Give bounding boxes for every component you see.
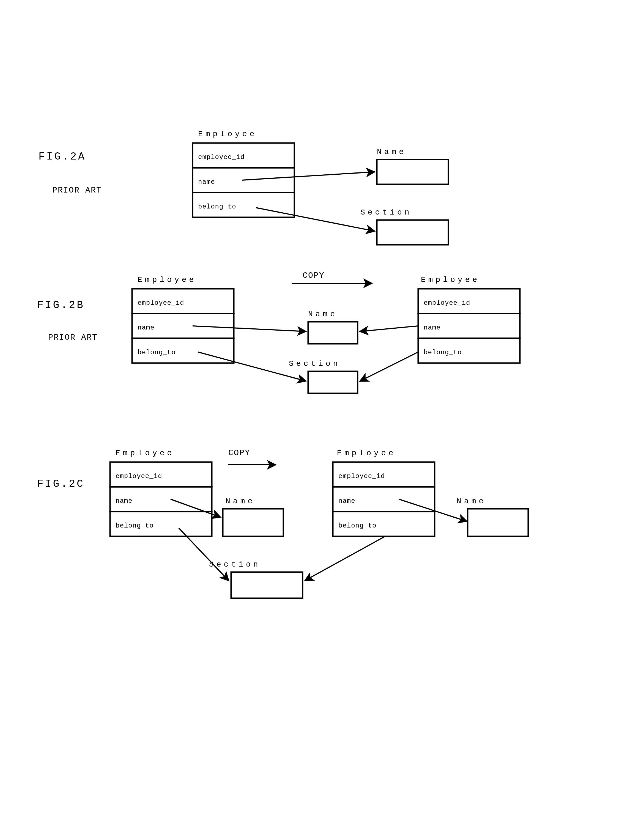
fig2c-name1-title: Name — [225, 497, 255, 505]
fig2b-left-r0: employee_id — [138, 299, 184, 307]
fig2b-copy: COPY — [303, 271, 325, 280]
fig2c-name2-box — [468, 509, 528, 536]
fig2a-row2: belong_to — [198, 203, 236, 210]
fig-2b: FIG.2B PRIOR ART Employee employee_id na… — [37, 271, 520, 393]
fig2c-left-title: Employee — [115, 449, 175, 457]
fig2b-name-title: Name — [308, 310, 337, 318]
fig-2a: FIG.2A PRIOR ART Employee employee_id na… — [38, 130, 448, 245]
fig2a-arrow-section — [256, 208, 374, 231]
fig2a-section-box — [377, 220, 448, 245]
fig2c-r-sect — [305, 536, 385, 580]
fig-2c-label: FIG.2C — [37, 478, 85, 490]
fig2b-left-table: employee_id name belong_to — [132, 289, 234, 363]
fig2c-left-r1: name — [115, 497, 133, 505]
diagram-canvas: FIG.2A PRIOR ART Employee employee_id na… — [0, 0, 644, 813]
fig2c-right-r1: name — [338, 497, 356, 505]
fig2a-section-title: Section — [360, 208, 412, 217]
fig2c-name2-title: Name — [457, 497, 486, 505]
fig2b-r-sect — [360, 352, 418, 381]
fig2b-right-table: employee_id name belong_to — [418, 289, 520, 363]
fig2c-copy: COPY — [228, 448, 250, 458]
fig2c-left-r2: belong_to — [115, 522, 154, 530]
fig2c-left-r0: employee_id — [115, 473, 162, 480]
fig2a-row1: name — [198, 178, 215, 186]
fig2c-right-r2: belong_to — [338, 522, 377, 530]
fig2c-name1-box — [223, 509, 283, 536]
fig2c-section-box — [231, 572, 303, 598]
fig2b-r-name — [360, 326, 418, 331]
fig2c-right-table: employee_id name belong_to — [333, 462, 435, 536]
fig-2a-sub: PRIOR ART — [52, 186, 102, 195]
fig-2c: FIG.2C Employee employee_id name belong_… — [37, 448, 528, 598]
fig2b-right-title: Employee — [421, 276, 480, 284]
fig2b-left-r1: name — [138, 324, 155, 331]
fig2b-right-r1: name — [424, 324, 441, 331]
fig2a-name-title: Name — [377, 148, 406, 156]
fig2a-row0: employee_id — [198, 153, 245, 161]
fig2a-employee-title: Employee — [198, 130, 257, 138]
fig2c-r-name — [399, 499, 466, 521]
fig2b-section-box — [308, 371, 357, 393]
fig-2a-label: FIG.2A — [38, 151, 86, 162]
fig2c-l-name — [170, 499, 220, 517]
fig2c-right-r0: employee_id — [338, 473, 385, 480]
fig2b-left-r2: belong_to — [138, 349, 176, 356]
fig2b-right-r2: belong_to — [424, 349, 462, 356]
fig2b-name-box — [308, 322, 357, 344]
fig-2b-label: FIG.2B — [37, 299, 85, 311]
fig2a-arrow-name — [242, 172, 374, 180]
fig2c-left-table: employee_id name belong_to — [110, 462, 212, 536]
fig2b-l-name — [193, 326, 305, 331]
fig2b-section-title: Section — [289, 360, 340, 368]
fig2a-name-box — [377, 159, 448, 184]
fig2b-right-r0: employee_id — [424, 299, 470, 307]
fig2c-right-title: Employee — [337, 449, 396, 457]
fig-2b-sub: PRIOR ART — [48, 333, 98, 342]
fig2b-left-title: Employee — [138, 276, 196, 284]
